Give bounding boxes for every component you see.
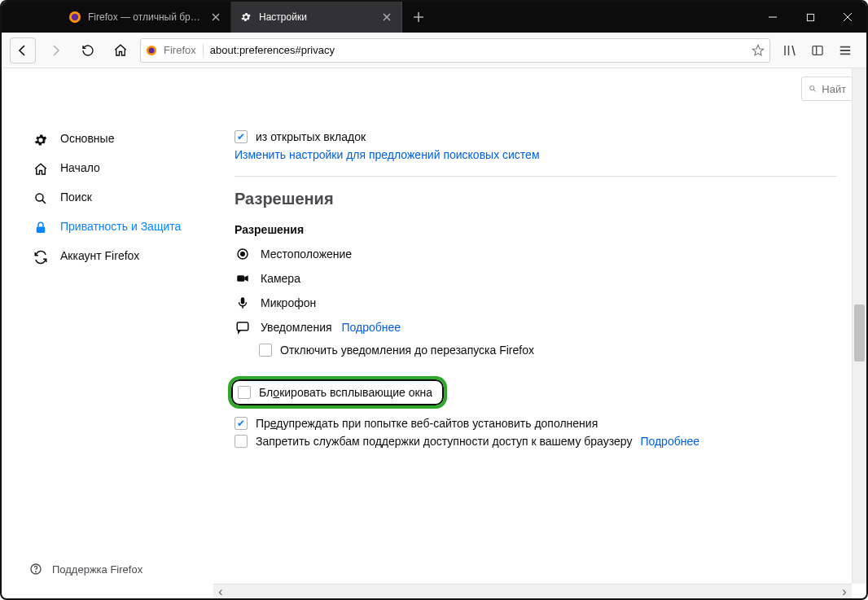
svg-line-29 bbox=[813, 90, 815, 91]
forward-button[interactable] bbox=[42, 37, 68, 64]
sidebar-footer-label: Поддержка Firefox bbox=[52, 563, 142, 576]
svg-line-24 bbox=[42, 200, 46, 204]
camera-icon bbox=[235, 270, 251, 287]
svg-marker-14 bbox=[752, 45, 763, 55]
permissions-heading: Разрешения bbox=[235, 190, 837, 208]
sidebar-item-label: Приватность и Защита bbox=[60, 220, 181, 234]
tabs: Firefox — отличный браузер д Настройки bbox=[60, 2, 402, 33]
section-divider bbox=[235, 176, 837, 177]
help-icon bbox=[29, 563, 42, 576]
new-tab-button[interactable] bbox=[402, 2, 435, 33]
sidebar-item-label: Поиск bbox=[60, 191, 92, 204]
lock-icon bbox=[33, 220, 49, 236]
svg-point-30 bbox=[241, 252, 245, 256]
window-controls bbox=[754, 2, 866, 33]
close-window-button[interactable] bbox=[829, 2, 866, 33]
svg-point-23 bbox=[36, 194, 43, 201]
svg-point-13 bbox=[149, 47, 155, 53]
back-button[interactable] bbox=[10, 37, 36, 64]
tab-label: Настройки bbox=[259, 11, 375, 23]
checkbox-label: Запретить службам поддержки доступности … bbox=[256, 435, 632, 448]
svg-rect-32 bbox=[237, 275, 244, 282]
search-icon bbox=[33, 191, 49, 207]
permission-camera: Камера bbox=[235, 270, 837, 287]
minimize-button[interactable] bbox=[754, 2, 791, 33]
svg-point-27 bbox=[36, 572, 37, 572]
permission-label: Уведомления bbox=[261, 321, 332, 334]
sidebar-item-home[interactable]: Начало bbox=[13, 155, 213, 184]
titlebar: Firefox — отличный браузер д Настройки bbox=[2, 2, 866, 33]
disable-notifications-row[interactable]: Отключить уведомления до перезапуска Fir… bbox=[259, 344, 837, 357]
checkbox-checked-icon[interactable] bbox=[235, 130, 248, 143]
permission-notifications: Уведомления Подробнее bbox=[235, 319, 837, 335]
home-button[interactable] bbox=[107, 37, 134, 64]
scroll-left-icon[interactable]: ‹ bbox=[213, 585, 228, 599]
sidebar-item-label: Начало bbox=[60, 161, 100, 174]
checkbox-label: Отключить уведомления до перезапуска Fir… bbox=[280, 344, 534, 357]
svg-rect-34 bbox=[241, 297, 245, 304]
block-popups-row[interactable]: Блокировать всплывающие окна bbox=[228, 376, 447, 409]
permissions-subheading: Разрешения bbox=[235, 223, 837, 236]
change-search-settings-link[interactable]: Изменить настройки для предложений поиск… bbox=[235, 148, 540, 161]
checkbox-label: из открытых вкладок bbox=[256, 130, 366, 143]
permission-microphone: Микрофон bbox=[235, 295, 837, 311]
checkbox-label: Блокировать всплывающие окна bbox=[259, 386, 432, 399]
svg-point-28 bbox=[810, 86, 814, 90]
sync-icon bbox=[33, 249, 49, 265]
scrollbar-thumb[interactable] bbox=[854, 304, 865, 361]
menu-button[interactable] bbox=[832, 37, 858, 64]
url-text: about:preferences#privacy bbox=[210, 44, 747, 56]
sidebar-item-general[interactable]: Основные bbox=[13, 125, 213, 155]
notifications-learn-more-link[interactable]: Подробнее bbox=[342, 321, 401, 334]
sidebar-item-sync[interactable]: Аккаунт Firefox bbox=[13, 243, 213, 272]
reload-button[interactable] bbox=[75, 37, 101, 64]
toolbar: Firefox about:preferences#privacy bbox=[2, 33, 866, 68]
svg-rect-9 bbox=[807, 14, 813, 20]
close-icon[interactable] bbox=[209, 11, 222, 24]
permission-location: Местоположение bbox=[235, 246, 837, 262]
permission-label: Камера bbox=[261, 272, 300, 285]
checkbox-unchecked-icon[interactable] bbox=[235, 435, 248, 448]
warn-addon-install-row[interactable]: Предупреждать при попытке веб-сайтов уст… bbox=[235, 417, 837, 430]
preferences-sidebar: Основные Начало Поиск Приватность и Защи… bbox=[2, 68, 213, 598]
permission-label: Микрофон bbox=[261, 296, 316, 309]
sidebar-item-label: Основные bbox=[60, 132, 114, 145]
svg-rect-18 bbox=[813, 46, 822, 55]
urlbar[interactable]: Firefox about:preferences#privacy bbox=[140, 38, 770, 63]
tab-settings[interactable]: Настройки bbox=[231, 2, 402, 33]
location-icon bbox=[235, 246, 251, 262]
library-button[interactable] bbox=[777, 37, 803, 64]
maximize-button[interactable] bbox=[791, 2, 829, 33]
bookmark-star-icon[interactable] bbox=[752, 44, 765, 57]
sidebar-item-search[interactable]: Поиск bbox=[13, 184, 213, 213]
vertical-scrollbar[interactable] bbox=[852, 68, 866, 584]
tab-label: Firefox — отличный браузер д bbox=[88, 11, 204, 23]
gear-icon bbox=[33, 132, 49, 148]
checkbox-label: Предупреждать при попытке веб-сайтов уст… bbox=[256, 417, 598, 430]
content: Основные Начало Поиск Приватность и Защи… bbox=[2, 68, 866, 598]
scroll-right-icon[interactable]: › bbox=[837, 585, 852, 599]
sidebar-support-link[interactable]: Поддержка Firefox bbox=[29, 551, 213, 598]
checkbox-checked-icon[interactable] bbox=[235, 417, 248, 430]
notifications-icon bbox=[235, 319, 251, 335]
sidebar-item-privacy[interactable]: Приватность и Защита bbox=[13, 213, 213, 243]
close-icon[interactable] bbox=[380, 11, 393, 24]
sidebar-button[interactable] bbox=[804, 37, 831, 64]
accessibility-learn-more-link[interactable]: Подробнее bbox=[640, 435, 699, 448]
horizontal-scrollbar[interactable]: ‹ › bbox=[213, 584, 852, 598]
tab-firefox-home[interactable]: Firefox — отличный браузер д bbox=[60, 2, 231, 33]
svg-rect-36 bbox=[237, 322, 248, 331]
microphone-icon bbox=[235, 295, 251, 311]
sidebar-item-label: Аккаунт Firefox bbox=[60, 249, 139, 262]
scrollbar-track[interactable] bbox=[228, 585, 837, 598]
checkbox-unchecked-icon[interactable] bbox=[259, 344, 272, 357]
main: из открытых вкладок Изменить настройки д… bbox=[213, 68, 866, 598]
permission-label: Местоположение bbox=[261, 247, 352, 261]
svg-rect-25 bbox=[37, 227, 46, 234]
url-origin: Firefox bbox=[164, 44, 196, 56]
deny-accessibility-row[interactable]: Запретить службам поддержки доступности … bbox=[235, 435, 837, 448]
checkbox-unchecked-icon[interactable] bbox=[238, 386, 251, 399]
firefox-icon bbox=[68, 11, 81, 24]
home-icon bbox=[33, 161, 49, 177]
open-tabs-checkbox-row[interactable]: из открытых вкладок bbox=[235, 130, 837, 143]
